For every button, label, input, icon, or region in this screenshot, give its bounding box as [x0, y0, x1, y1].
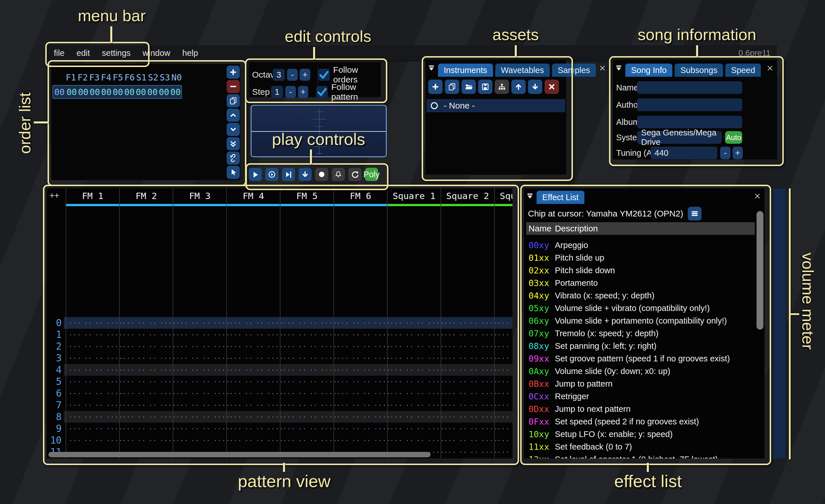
save-asset-button[interactable]: [478, 80, 493, 94]
collapse-icon[interactable]: [615, 65, 622, 72]
pattern-horizontal-scrollbar[interactable]: [49, 452, 431, 457]
assets-tabbar: InstrumentsWavetablesSamples: [425, 60, 566, 77]
delete-asset-button[interactable]: [544, 80, 559, 94]
tab-wavetables[interactable]: Wavetables: [495, 64, 550, 77]
open-asset-button[interactable]: [461, 80, 476, 94]
tuning-minus-button[interactable]: -: [720, 147, 731, 159]
channel-header-fm-5[interactable]: FM 5: [280, 188, 333, 459]
order-cell[interactable]: 00: [147, 87, 158, 97]
repeat-pattern-button[interactable]: [348, 168, 362, 181]
order-cell[interactable]: 00: [135, 87, 147, 97]
name-input[interactable]: [637, 81, 742, 94]
stop-button[interactable]: [315, 168, 328, 181]
order-cell[interactable]: 00: [124, 87, 135, 97]
menu-item-window[interactable]: window: [143, 49, 170, 58]
move-asset-up-button[interactable]: [511, 80, 526, 94]
order-channel-header-f1: F1: [65, 72, 77, 82]
poly-button[interactable]: Poly: [365, 168, 378, 181]
tab-song-info[interactable]: Song Info: [625, 64, 672, 77]
order-cell[interactable]: 00: [100, 87, 112, 97]
octave-value[interactable]: 3: [273, 69, 285, 81]
tab-effect-list[interactable]: Effect List: [536, 191, 584, 204]
add-order-button[interactable]: [227, 66, 240, 79]
menu-item-help[interactable]: help: [182, 49, 198, 58]
move-order-up-button[interactable]: [227, 108, 240, 122]
pattern-options-corner[interactable]: ++: [50, 191, 59, 200]
menu-item-edit[interactable]: edit: [76, 49, 90, 58]
order-row-selected[interactable]: 0000000000000000000000: [53, 85, 182, 99]
system-auto-button[interactable]: Auto: [725, 131, 742, 144]
channel-header-square-3[interactable]: Square 3: [494, 188, 513, 459]
menu-item-file[interactable]: file: [54, 49, 64, 58]
effect-list-menu-button[interactable]: [688, 207, 701, 221]
effect-description: Set level of operator 1 (0 highest, 7F l…: [555, 455, 718, 459]
order-cell[interactable]: 00: [158, 87, 169, 97]
remove-order-button[interactable]: [227, 80, 240, 93]
play-from-cursor-button[interactable]: [282, 168, 295, 181]
metronome-button[interactable]: [332, 168, 345, 181]
step-value[interactable]: 1: [271, 86, 283, 98]
add-asset-button[interactable]: [428, 80, 443, 94]
tab-samples[interactable]: Samples: [552, 64, 596, 77]
duplicate-asset-button[interactable]: [445, 80, 459, 94]
effect-description: Setup LFO (x: enable; y: speed): [555, 430, 673, 439]
follow-pattern-checkbox[interactable]: [316, 86, 328, 98]
order-channel-header-f5: F5: [112, 72, 124, 82]
edit-controls-window: Octave 3 - + Follow orders Step 1 - + Fo…: [248, 62, 381, 97]
connector-order-list: [34, 121, 49, 123]
order-cell[interactable]: 00: [170, 87, 181, 97]
move-asset-down-button[interactable]: [528, 80, 542, 94]
follow-orders-checkbox[interactable]: [318, 69, 330, 81]
author-input[interactable]: [637, 98, 742, 111]
order-cell[interactable]: 00: [77, 87, 89, 97]
tab-subsongs[interactable]: Subsongs: [675, 64, 723, 77]
channel-name: Square 2: [441, 191, 494, 201]
effect-list-scrollbar[interactable]: [757, 211, 763, 330]
order-cell[interactable]: 00: [112, 87, 124, 97]
close-icon[interactable]: [753, 192, 762, 200]
duplicate-to-end-button[interactable]: [227, 137, 240, 150]
order-edit-mode-button[interactable]: [227, 166, 240, 179]
asset-directories-button[interactable]: [495, 80, 509, 94]
tuning-input[interactable]: 440: [651, 147, 717, 159]
effect-description: Arpeggio: [555, 241, 588, 250]
order-cell[interactable]: 00: [66, 87, 77, 97]
step-one-row-button[interactable]: [298, 168, 312, 181]
channel-header-fm-1[interactable]: FM 1: [66, 188, 119, 459]
channel-header-fm-6[interactable]: FM 6: [333, 188, 387, 459]
play-button[interactable]: [249, 168, 262, 181]
octave-plus-button[interactable]: +: [300, 69, 310, 81]
tab-instruments[interactable]: Instruments: [438, 64, 493, 77]
effect-code: 0Cxx: [528, 392, 552, 402]
play-pattern-button[interactable]: [265, 168, 279, 181]
instrument-list-item[interactable]: - None -: [427, 99, 565, 112]
step-plus-button[interactable]: +: [298, 86, 308, 98]
channel-header-square-2[interactable]: Square 2: [441, 188, 494, 459]
effect-code: 02xx: [528, 265, 552, 275]
order-channel-header-n0: N0: [171, 72, 182, 82]
system-select[interactable]: Sega Genesis/Mega Drive: [637, 131, 722, 144]
close-icon[interactable]: [766, 64, 774, 72]
channel-activity-bar: [281, 204, 333, 206]
order-cell[interactable]: 00: [89, 87, 100, 97]
menu-item-settings[interactable]: settings: [102, 49, 131, 58]
channel-name: Square 1: [388, 191, 441, 201]
channel-header-square-1[interactable]: Square 1: [387, 188, 441, 459]
collapse-icon[interactable]: [526, 192, 534, 200]
channel-header-fm-2[interactable]: FM 2: [119, 188, 173, 459]
tab-speed[interactable]: Speed: [725, 64, 761, 77]
step-minus-button[interactable]: -: [285, 86, 296, 98]
tuning-plus-button[interactable]: +: [733, 147, 743, 159]
move-order-down-button[interactable]: [227, 123, 240, 136]
collapse-icon[interactable]: [428, 65, 435, 72]
pattern-row-number: 0: [47, 317, 62, 329]
deep-clone-order-button[interactable]: [227, 152, 240, 165]
channel-header-fm-3[interactable]: FM 3: [173, 188, 226, 459]
arrow-down-icon: [301, 170, 309, 178]
channel-header-fm-4[interactable]: FM 4: [226, 188, 280, 459]
album-input[interactable]: [637, 116, 742, 128]
octave-minus-button[interactable]: -: [287, 69, 298, 81]
duplicate-order-button[interactable]: [227, 94, 240, 107]
effect-code: 09xx: [528, 354, 552, 364]
close-icon[interactable]: [598, 64, 607, 72]
